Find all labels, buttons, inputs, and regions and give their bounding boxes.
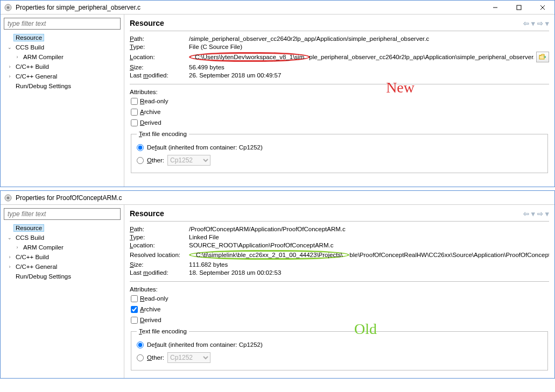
property-key: Size: [130, 261, 189, 268]
radio[interactable] [137, 157, 144, 164]
property-key: Location: [130, 54, 189, 60]
property-key: Location: [130, 242, 189, 248]
tree-item[interactable]: Resource [4, 223, 121, 233]
chevron-right-icon: › [13, 54, 21, 60]
property-key: Last modified: [130, 269, 189, 276]
tree-item-label: ARM Compiler [21, 244, 66, 251]
dropdown-icon[interactable]: ▾ [531, 19, 535, 27]
encoding-legend: Text file encoding [137, 328, 189, 334]
attribute-checkbox-row[interactable]: Derived [131, 315, 549, 325]
filter-input[interactable] [4, 18, 121, 30]
content-area: Resource⌄CCS Build›ARM Compiler›C/C++ Bu… [1, 15, 554, 187]
open-location-button[interactable] [536, 52, 549, 62]
attribute-checkbox-row[interactable]: Read-only [131, 96, 549, 106]
encoding-select[interactable]: Cp1252 [167, 155, 210, 166]
tree-item-label: C/C++ Build [13, 254, 51, 260]
encoding-other-row[interactable]: Other:Cp1252 [137, 154, 542, 166]
sidebar: Resource⌄CCS Build›ARM Compiler›C/C++ Bu… [1, 15, 124, 187]
tree-item[interactable]: ›C/C++ Build [4, 62, 121, 72]
tree-item-label: ARM Compiler [21, 54, 66, 60]
chevron-right-icon: › [6, 74, 13, 79]
attribute-checkbox-row[interactable]: Archive [131, 107, 549, 117]
divider [130, 281, 549, 282]
highlighted-path: C:\ti\simplelink\ble_cc26xx_2_01_00_4442… [189, 250, 349, 260]
chevron-down-icon: ⌄ [6, 45, 13, 50]
tree-item[interactable]: Run/Debug Settings [4, 272, 121, 281]
tree-item[interactable]: ›ARM Compiler [4, 52, 121, 62]
radio-label: Default (inherited from container: Cp125… [147, 341, 263, 348]
chevron-right-icon: › [13, 245, 21, 250]
checkbox[interactable] [131, 98, 138, 105]
tree-item[interactable]: ›C/C++ General [4, 262, 121, 272]
property-value: SOURCE_ROOT\Application\ProofOfConceptAR… [189, 242, 549, 248]
tree-item[interactable]: ⌄CCS Build [4, 42, 121, 52]
nav-forward-icon[interactable]: ⇨ [537, 210, 543, 218]
sidebar: Resource⌄CCS Build›ARM Compiler›C/C++ Bu… [1, 205, 124, 378]
tree-item[interactable]: ›C/C++ General [4, 72, 121, 81]
tree-item[interactable]: ⌄CCS Build [4, 233, 121, 243]
tree-item[interactable]: Run/Debug Settings [4, 81, 121, 91]
nav-back-icon[interactable]: ⇦ [523, 210, 529, 218]
minimize-button[interactable] [483, 1, 507, 14]
property-value: /ProofOfConceptARM/Application/ProofOfCo… [189, 226, 549, 232]
radio[interactable] [137, 341, 144, 348]
checkbox-label: Archive [140, 306, 160, 312]
highlighted-path: C:\Users\lytenDev\workspace_v8_1\sim [189, 52, 310, 62]
encoding-default-row[interactable]: Default (inherited from container: Cp125… [137, 339, 542, 351]
section-heading: Resource⇦▾⇨▾ [130, 209, 549, 222]
encoding-group: Text file encodingDefault (inherited fro… [131, 131, 548, 173]
tree-item-label: C/C++ General [13, 73, 59, 80]
property-grid: Path:/ProofOfConceptARM/Application/Proo… [130, 226, 549, 276]
dropdown-icon[interactable]: ▾ [545, 19, 549, 27]
encoding-other-row[interactable]: Other:Cp1252 [137, 352, 542, 364]
property-value: C:\Users\lytenDev\workspace_v8_1\simple_… [189, 52, 534, 62]
properties-window: Properties for simple_peripheral_observe… [0, 0, 555, 187]
property-key: Size: [130, 64, 189, 70]
property-key: Resolved location: [130, 252, 189, 258]
checkbox-label: Archive [140, 109, 160, 115]
nav-forward-icon[interactable]: ⇨ [537, 19, 543, 27]
dropdown-icon[interactable]: ▾ [545, 210, 549, 218]
tree-item-label: Resource [13, 224, 44, 232]
window-title: Properties for ProofOfConceptARM.c [16, 194, 554, 202]
dropdown-icon[interactable]: ▾ [531, 210, 535, 218]
content-area: Resource⌄CCS Build›ARM Compiler›C/C++ Bu… [1, 205, 554, 378]
titlebar: Properties for simple_peripheral_observe… [1, 1, 554, 15]
property-key: Path: [130, 226, 189, 232]
radio[interactable] [137, 144, 144, 151]
property-value: 26. September 2018 um 00:49:57 [189, 72, 534, 79]
checkbox[interactable] [131, 317, 138, 324]
titlebar: Properties for ProofOfConceptARM.c [1, 191, 554, 205]
maximize-button[interactable] [507, 1, 531, 14]
attributes-label: Attributes: [130, 89, 549, 95]
section-heading: Resource⇦▾⇨▾ [130, 19, 549, 31]
tree-item-label: C/C++ General [13, 263, 59, 270]
property-key: Last modified: [130, 72, 189, 79]
tree-item[interactable]: ›C/C++ Build [4, 252, 121, 262]
tree-item[interactable]: Resource [4, 33, 121, 42]
tree-item-label: CCS Build [13, 44, 46, 51]
checkbox[interactable] [131, 119, 138, 126]
close-button[interactable] [531, 1, 554, 14]
checkbox[interactable] [131, 295, 138, 302]
checkbox[interactable] [131, 109, 138, 116]
radio-label: Other: [147, 354, 164, 361]
property-key: Type: [130, 44, 189, 50]
chevron-right-icon: › [6, 264, 13, 269]
radio[interactable] [137, 354, 144, 361]
svg-rect-3 [517, 5, 521, 10]
encoding-default-row[interactable]: Default (inherited from container: Cp125… [137, 141, 542, 153]
property-value: 56.499 bytes [189, 64, 534, 70]
attribute-checkbox-row[interactable]: Read-only [131, 294, 549, 303]
checkbox[interactable] [131, 306, 138, 313]
nav-back-icon[interactable]: ⇦ [523, 19, 529, 27]
attribute-checkbox-row[interactable]: Archive [131, 304, 549, 314]
attribute-checkbox-row[interactable]: Derived [131, 118, 549, 127]
encoding-legend: Text file encoding [137, 131, 189, 137]
property-value: /simple_peripheral_observer_cc2640r2lp_a… [189, 35, 534, 42]
tree-item[interactable]: ›ARM Compiler [4, 243, 121, 252]
property-value: C:\ti\simplelink\ble_cc26xx_2_01_00_4442… [189, 250, 549, 260]
main-panel: Resource⇦▾⇨▾OldPath:/ProofOfConceptARM/A… [124, 205, 554, 378]
encoding-select[interactable]: Cp1252 [167, 352, 210, 363]
filter-input[interactable] [4, 208, 121, 220]
